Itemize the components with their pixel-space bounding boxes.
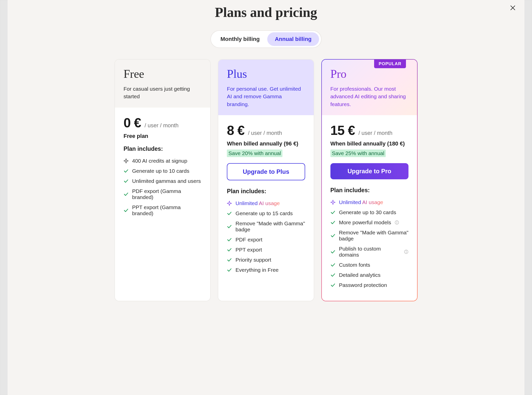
- price-row-pro: 15 € / user / month: [330, 123, 408, 138]
- close-button[interactable]: [508, 4, 517, 13]
- feature-text: PPT export: [235, 247, 262, 253]
- plan-name-plus: Plus: [227, 67, 305, 81]
- price-suffix-plus: / user / month: [248, 130, 282, 136]
- plan-card-plus: Plus For personal use. Get unlimited AI …: [218, 59, 314, 301]
- check-icon: [330, 233, 335, 238]
- feature-text: Generate up to 15 cards: [235, 210, 293, 216]
- sparkle-icon: [330, 200, 335, 205]
- feature-item: Unlimited gammas and users: [124, 178, 202, 184]
- features-list-pro: Unlimited AI usageGenerate up to 30 card…: [330, 199, 408, 288]
- billing-monthly-tab[interactable]: Monthly billing: [213, 32, 267, 46]
- includes-title-plus: Plan includes:: [227, 188, 305, 195]
- price-row-plus: 8 € / user / month: [227, 123, 305, 138]
- feature-text: Publish to custom domains: [339, 246, 400, 258]
- svg-point-4: [406, 251, 406, 251]
- savings-pro: Save 25% with annual: [330, 150, 386, 157]
- feature-item: PPT export (Gamma branded): [124, 204, 202, 216]
- price-row-free: 0 € / user / month: [124, 115, 202, 130]
- plan-name-free: Free: [124, 67, 202, 81]
- price-suffix-pro: / user / month: [358, 130, 393, 136]
- feature-item: Generate up to 15 cards: [227, 210, 305, 216]
- feature-item: PDF export (Gamma branded): [124, 188, 202, 200]
- price-pro: 15 €: [330, 123, 355, 138]
- feature-text: PDF export: [235, 237, 262, 243]
- check-icon: [330, 283, 335, 288]
- feature-unlimited-label: Unlimited: [339, 199, 362, 205]
- features-list-plus: Unlimited AI usageGenerate up to 15 card…: [227, 200, 305, 273]
- upgrade-plus-button[interactable]: Upgrade to Plus: [227, 163, 305, 180]
- billing-annual-tab[interactable]: Annual billing: [267, 32, 319, 46]
- feature-text: Detailed analytics: [339, 272, 381, 278]
- plan-body-pro: 15 € / user / month When billed annually…: [322, 115, 417, 301]
- feature-item: More powerful models: [330, 219, 408, 226]
- billed-note-plus: When billed annually (96 €): [227, 140, 305, 147]
- pricing-modal: Plans and pricing Monthly billing Annual…: [8, 0, 524, 395]
- close-icon: [510, 4, 515, 12]
- feature-item: Detailed analytics: [330, 272, 408, 278]
- check-icon: [330, 220, 335, 225]
- check-icon: [124, 168, 129, 174]
- feature-item: Everything in Free: [227, 267, 305, 273]
- check-icon: [227, 224, 232, 229]
- feature-text: PPT export (Gamma branded): [132, 204, 202, 216]
- feature-text: Priority support: [235, 257, 271, 263]
- feature-item: Unlimited AI usage: [227, 200, 305, 206]
- svg-point-1: [397, 221, 397, 222]
- includes-title-free: Plan includes:: [124, 145, 202, 152]
- check-icon: [124, 192, 129, 197]
- price-plus: 8 €: [227, 123, 244, 138]
- feature-item: Custom fonts: [330, 262, 408, 268]
- plan-desc-plus: For personal use. Get unlimited AI and r…: [227, 85, 305, 108]
- page-title: Plans and pricing: [18, 5, 514, 20]
- billed-note-pro: When billed annually (180 €): [330, 140, 408, 147]
- plan-body-free: 0 € / user / month Free plan Plan includ…: [115, 108, 210, 301]
- upgrade-pro-button[interactable]: Upgrade to Pro: [330, 163, 408, 179]
- feature-text: Unlimited AI usage: [235, 200, 280, 206]
- feature-item: 400 AI credits at signup: [124, 158, 202, 164]
- feature-item: Password protection: [330, 282, 408, 288]
- feature-item: Priority support: [227, 257, 305, 263]
- feature-text: Unlimited gammas and users: [132, 178, 201, 184]
- feature-text: Generate up to 10 cards: [132, 168, 189, 174]
- plan-desc-free: For casual users just getting started: [124, 85, 202, 101]
- plans-grid: Free For casual users just getting start…: [114, 59, 418, 301]
- price-note-free: Free plan: [124, 133, 202, 139]
- feature-text: Unlimited AI usage: [339, 199, 383, 205]
- check-icon: [227, 211, 232, 216]
- plan-name-pro: Pro: [330, 67, 408, 81]
- feature-item: Unlimited AI usage: [330, 199, 408, 205]
- info-icon[interactable]: [404, 250, 408, 254]
- info-icon[interactable]: [395, 220, 399, 225]
- feature-text: Remove "Made with Gamma" badge: [339, 230, 408, 242]
- feature-text: More powerful models: [339, 219, 391, 226]
- feature-item: Generate up to 10 cards: [124, 168, 202, 174]
- feature-item: PPT export: [227, 247, 305, 253]
- feature-item: Remove "Made with Gamma" badge: [227, 220, 305, 233]
- plan-card-pro: POPULAR Pro For professionals. Our most …: [321, 59, 418, 301]
- sparkle-icon: [227, 201, 232, 206]
- feature-item: Remove "Made with Gamma" badge: [330, 230, 408, 242]
- check-icon: [227, 237, 232, 242]
- svg-rect-2: [397, 222, 397, 224]
- popular-badge: POPULAR: [374, 60, 406, 68]
- price-suffix-free: / user / month: [144, 122, 179, 129]
- feature-ai-usage-label: AI usage: [259, 200, 280, 206]
- feature-unlimited-label: Unlimited: [235, 200, 259, 206]
- check-icon: [227, 267, 232, 273]
- feature-text: Password protection: [339, 282, 387, 288]
- plan-desc-pro: For professionals. Our most advanced AI …: [330, 85, 408, 108]
- check-icon: [124, 179, 129, 184]
- includes-title-pro: Plan includes:: [330, 187, 408, 194]
- price-free: 0 €: [124, 115, 141, 130]
- plan-head-plus: Plus For personal use. Get unlimited AI …: [218, 60, 313, 115]
- feature-item: Generate up to 30 cards: [330, 209, 408, 215]
- feature-text: Everything in Free: [235, 267, 278, 273]
- feature-text: PDF export (Gamma branded): [132, 188, 202, 200]
- svg-rect-5: [406, 252, 406, 253]
- check-icon: [330, 249, 335, 254]
- sparkle-icon: [124, 158, 129, 163]
- feature-ai-usage-label: AI usage: [362, 199, 383, 205]
- feature-text: Remove "Made with Gamma" badge: [235, 220, 305, 233]
- check-icon: [227, 247, 232, 252]
- feature-text: 400 AI credits at signup: [132, 158, 187, 164]
